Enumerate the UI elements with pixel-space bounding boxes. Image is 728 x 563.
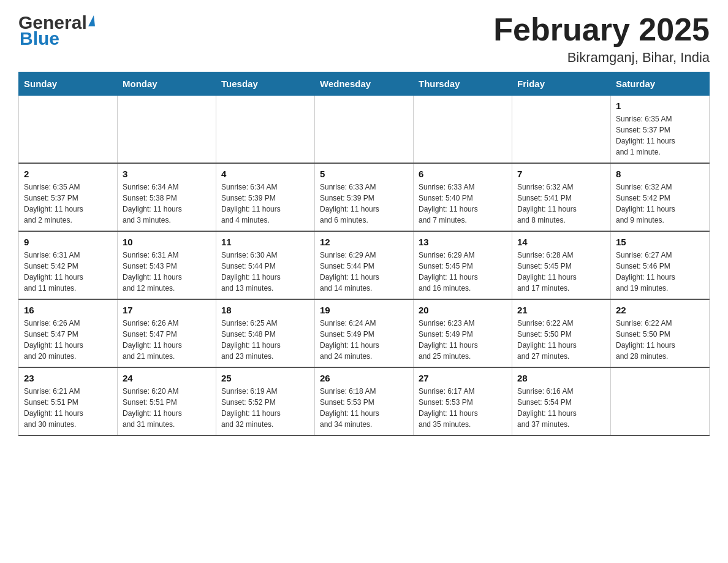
day-info: Sunrise: 6:29 AM Sunset: 5:45 PM Dayligh… [419,250,507,294]
day-number: 15 [616,237,704,247]
day-info: Sunrise: 6:33 AM Sunset: 5:40 PM Dayligh… [419,182,507,226]
calendar-day-23: 23Sunrise: 6:21 AM Sunset: 5:51 PM Dayli… [19,367,118,435]
calendar-day-8: 8Sunrise: 6:32 AM Sunset: 5:42 PM Daylig… [611,163,710,231]
day-number: 20 [419,305,507,315]
calendar-day-24: 24Sunrise: 6:20 AM Sunset: 5:51 PM Dayli… [118,367,216,435]
calendar-day-4: 4Sunrise: 6:34 AM Sunset: 5:39 PM Daylig… [216,163,315,231]
day-info: Sunrise: 6:20 AM Sunset: 5:51 PM Dayligh… [123,386,211,430]
weekday-header-sunday: Sunday [19,72,118,96]
calendar-day-9: 9Sunrise: 6:31 AM Sunset: 5:42 PM Daylig… [19,231,118,299]
day-info: Sunrise: 6:22 AM Sunset: 5:50 PM Dayligh… [517,318,605,362]
day-info: Sunrise: 6:26 AM Sunset: 5:47 PM Dayligh… [24,318,112,362]
day-number: 18 [221,305,309,315]
calendar-day-17: 17Sunrise: 6:26 AM Sunset: 5:47 PM Dayli… [118,299,216,367]
calendar-day-27: 27Sunrise: 6:17 AM Sunset: 5:53 PM Dayli… [414,367,512,435]
day-info: Sunrise: 6:23 AM Sunset: 5:49 PM Dayligh… [419,318,507,362]
day-number: 28 [517,373,605,383]
calendar-week-row: 2Sunrise: 6:35 AM Sunset: 5:37 PM Daylig… [19,163,710,231]
weekday-header-monday: Monday [118,72,216,96]
calendar-day-13: 13Sunrise: 6:29 AM Sunset: 5:45 PM Dayli… [414,231,512,299]
calendar-day-18: 18Sunrise: 6:25 AM Sunset: 5:48 PM Dayli… [216,299,315,367]
day-info: Sunrise: 6:19 AM Sunset: 5:52 PM Dayligh… [221,386,309,430]
calendar-day-28: 28Sunrise: 6:16 AM Sunset: 5:54 PM Dayli… [512,367,611,435]
calendar-week-row: 1Sunrise: 6:35 AM Sunset: 5:37 PM Daylig… [19,96,710,164]
calendar-week-row: 16Sunrise: 6:26 AM Sunset: 5:47 PM Dayli… [19,299,710,367]
day-number: 22 [616,305,704,315]
day-number: 26 [320,373,408,383]
day-info: Sunrise: 6:16 AM Sunset: 5:54 PM Dayligh… [517,386,605,430]
calendar-day-16: 16Sunrise: 6:26 AM Sunset: 5:47 PM Dayli… [19,299,118,367]
calendar-week-row: 9Sunrise: 6:31 AM Sunset: 5:42 PM Daylig… [19,231,710,299]
calendar-day-7: 7Sunrise: 6:32 AM Sunset: 5:41 PM Daylig… [512,163,611,231]
calendar-title: February 2025 [493,12,710,47]
calendar-day-21: 21Sunrise: 6:22 AM Sunset: 5:50 PM Dayli… [512,299,611,367]
page-header: General Blue February 2025 Bikramganj, B… [18,12,710,66]
day-number: 19 [320,305,408,315]
calendar-day-3: 3Sunrise: 6:34 AM Sunset: 5:38 PM Daylig… [118,163,216,231]
weekday-header-row: SundayMondayTuesdayWednesdayThursdayFrid… [19,72,710,96]
day-info: Sunrise: 6:34 AM Sunset: 5:38 PM Dayligh… [123,182,211,226]
day-info: Sunrise: 6:29 AM Sunset: 5:44 PM Dayligh… [320,250,408,294]
calendar-day-empty [315,96,414,164]
day-number: 23 [24,373,112,383]
day-info: Sunrise: 6:30 AM Sunset: 5:44 PM Dayligh… [221,250,309,294]
day-number: 11 [221,237,309,247]
calendar-day-11: 11Sunrise: 6:30 AM Sunset: 5:44 PM Dayli… [216,231,315,299]
day-info: Sunrise: 6:22 AM Sunset: 5:50 PM Dayligh… [616,318,704,362]
calendar-day-20: 20Sunrise: 6:23 AM Sunset: 5:49 PM Dayli… [414,299,512,367]
day-number: 1 [616,101,704,111]
day-number: 24 [123,373,211,383]
day-info: Sunrise: 6:17 AM Sunset: 5:53 PM Dayligh… [419,386,507,430]
day-number: 14 [517,237,605,247]
day-number: 6 [419,169,507,179]
calendar-day-2: 2Sunrise: 6:35 AM Sunset: 5:37 PM Daylig… [19,163,118,231]
calendar-day-10: 10Sunrise: 6:31 AM Sunset: 5:43 PM Dayli… [118,231,216,299]
calendar-day-22: 22Sunrise: 6:22 AM Sunset: 5:50 PM Dayli… [611,299,710,367]
calendar-day-19: 19Sunrise: 6:24 AM Sunset: 5:49 PM Dayli… [315,299,414,367]
day-info: Sunrise: 6:32 AM Sunset: 5:41 PM Dayligh… [517,182,605,226]
calendar-day-25: 25Sunrise: 6:19 AM Sunset: 5:52 PM Dayli… [216,367,315,435]
day-number: 9 [24,237,112,247]
logo-blue: Blue [20,28,59,49]
day-number: 21 [517,305,605,315]
calendar-day-empty [118,96,216,164]
calendar-table: SundayMondayTuesdayWednesdayThursdayFrid… [18,72,710,436]
day-info: Sunrise: 6:33 AM Sunset: 5:39 PM Dayligh… [320,182,408,226]
day-info: Sunrise: 6:21 AM Sunset: 5:51 PM Dayligh… [24,386,112,430]
day-number: 3 [123,169,211,179]
calendar-day-empty [414,96,512,164]
calendar-subtitle: Bikramganj, Bihar, India [493,50,710,66]
calendar-day-empty [216,96,315,164]
logo-triangle-icon [88,15,95,26]
day-info: Sunrise: 6:32 AM Sunset: 5:42 PM Dayligh… [616,182,704,226]
day-info: Sunrise: 6:25 AM Sunset: 5:48 PM Dayligh… [221,318,309,362]
day-number: 12 [320,237,408,247]
day-number: 25 [221,373,309,383]
weekday-header-tuesday: Tuesday [216,72,315,96]
day-number: 4 [221,169,309,179]
weekday-header-wednesday: Wednesday [315,72,414,96]
calendar-day-12: 12Sunrise: 6:29 AM Sunset: 5:44 PM Dayli… [315,231,414,299]
day-info: Sunrise: 6:18 AM Sunset: 5:53 PM Dayligh… [320,386,408,430]
logo: General Blue [18,12,95,49]
calendar-day-26: 26Sunrise: 6:18 AM Sunset: 5:53 PM Dayli… [315,367,414,435]
calendar-day-empty [611,367,710,435]
day-number: 10 [123,237,211,247]
day-number: 27 [419,373,507,383]
day-info: Sunrise: 6:28 AM Sunset: 5:45 PM Dayligh… [517,250,605,294]
day-number: 2 [24,169,112,179]
day-info: Sunrise: 6:24 AM Sunset: 5:49 PM Dayligh… [320,318,408,362]
day-number: 8 [616,169,704,179]
day-info: Sunrise: 6:26 AM Sunset: 5:47 PM Dayligh… [123,318,211,362]
calendar-day-15: 15Sunrise: 6:27 AM Sunset: 5:46 PM Dayli… [611,231,710,299]
title-block: February 2025 Bikramganj, Bihar, India [493,12,710,66]
day-info: Sunrise: 6:27 AM Sunset: 5:46 PM Dayligh… [616,250,704,294]
day-info: Sunrise: 6:34 AM Sunset: 5:39 PM Dayligh… [221,182,309,226]
calendar-day-5: 5Sunrise: 6:33 AM Sunset: 5:39 PM Daylig… [315,163,414,231]
weekday-header-saturday: Saturday [611,72,710,96]
day-number: 7 [517,169,605,179]
weekday-header-friday: Friday [512,72,611,96]
day-number: 17 [123,305,211,315]
calendar-week-row: 23Sunrise: 6:21 AM Sunset: 5:51 PM Dayli… [19,367,710,435]
calendar-day-empty [512,96,611,164]
